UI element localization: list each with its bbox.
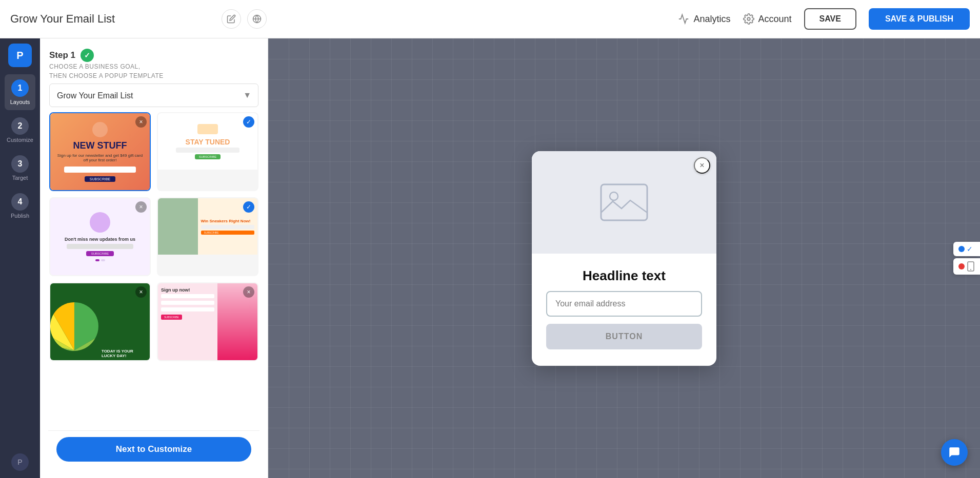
- analytics-label: Analytics: [693, 14, 730, 25]
- svg-point-3: [610, 192, 618, 200]
- right-panel-hint: ✓: [953, 242, 980, 275]
- pencil-icon-btn[interactable]: [222, 9, 241, 29]
- template-card-lucky-wheel[interactable]: TODAY IS YOUR LUCKY DAY! ×: [49, 282, 151, 361]
- popup-email-input[interactable]: [546, 291, 702, 317]
- globe-icon-btn[interactable]: [247, 9, 267, 29]
- main-area: P 1 Layouts 2 Customize 3 Target 4 Publi…: [0, 38, 980, 478]
- step3-number: 3: [11, 155, 29, 173]
- template-icon: [92, 122, 108, 137]
- step3-label: Target: [12, 175, 28, 181]
- chat-bubble-button[interactable]: [941, 439, 968, 466]
- template-card-miss-new[interactable]: Don't miss new updates from us SUBSCRIBE…: [49, 197, 151, 276]
- sidebar-item-publish[interactable]: 4 Publish: [5, 188, 35, 224]
- template-selected-win-sneakers: ✓: [243, 201, 254, 213]
- popup-button[interactable]: BUTTON: [546, 324, 702, 349]
- template-card-new-stuff[interactable]: NEW STUFF Sign up for our newsletter and…: [49, 112, 151, 191]
- panel-step-header: Step 1 ✓: [49, 49, 258, 62]
- sidebar-icon-nav: P 1 Layouts 2 Customize 3 Target 4 Publi…: [0, 38, 40, 478]
- topbar-right: Analytics Account SAVE SAVE & PUBLISH: [678, 8, 970, 30]
- device-mobile-btn[interactable]: [953, 258, 980, 275]
- template-sneakers-image: [158, 198, 198, 255]
- popup-image-placeholder: [598, 182, 650, 223]
- sidebar-item-customize[interactable]: 2 Customize: [5, 112, 35, 148]
- goal-dropdown-wrap[interactable]: Grow Your Email List Drive Sales Reduce …: [49, 84, 258, 107]
- pencil-icon: [227, 14, 236, 24]
- step-label: Step 1: [49, 50, 75, 60]
- step4-number: 4: [11, 193, 29, 211]
- layouts-panel: Step 1 ✓ CHOOSE A BUSINESS GOAL, THEN CH…: [40, 38, 268, 478]
- analytics-nav[interactable]: Analytics: [678, 13, 730, 25]
- template-girl-illustration: [90, 212, 110, 233]
- panel-subtitle: CHOOSE A BUSINESS GOAL, THEN CHOOSE A PO…: [49, 62, 258, 80]
- popup-content: Headline text BUTTON: [532, 254, 716, 366]
- step-check-icon: ✓: [81, 49, 94, 62]
- analytics-icon: [678, 13, 689, 25]
- image-placeholder-icon: [598, 182, 650, 223]
- step1-label: Layouts: [10, 99, 30, 105]
- canvas-area: × Headline text BUTTON: [268, 38, 980, 478]
- templates-grid: NEW STUFF Sign up for our newsletter and…: [49, 112, 258, 361]
- popup-image-area: [532, 151, 716, 254]
- sidebar-item-layouts[interactable]: 1 Layouts: [5, 74, 35, 110]
- step4-label: Publish: [11, 213, 29, 219]
- popup-close-button[interactable]: ×: [694, 157, 710, 174]
- template-remove-lucky-wheel[interactable]: ×: [135, 286, 147, 298]
- goal-dropdown[interactable]: Grow Your Email List Drive Sales Reduce …: [49, 84, 258, 107]
- account-label: Account: [758, 14, 792, 25]
- globe-icon: [252, 14, 262, 24]
- template-remove-new-stuff[interactable]: ×: [135, 116, 147, 128]
- next-to-customize-button[interactable]: Next to Customize: [56, 437, 251, 462]
- popup-headline: Headline text: [546, 268, 702, 284]
- sidebar-item-target[interactable]: 3 Target: [5, 150, 35, 186]
- save-button[interactable]: SAVE: [804, 8, 856, 30]
- template-envelope-icon: [197, 124, 218, 134]
- sidebar-logo[interactable]: P: [8, 44, 32, 67]
- popup-preview: × Headline text BUTTON: [532, 151, 716, 366]
- next-btn-wrap: Next to Customize: [48, 430, 259, 468]
- layouts-panel-body: Step 1 ✓ CHOOSE A BUSINESS GOAL, THEN CH…: [48, 49, 259, 423]
- save-publish-button[interactable]: SAVE & PUBLISH: [869, 8, 970, 30]
- template-selected-stay-tuned: ✓: [243, 116, 254, 128]
- template-card-win-sneakers[interactable]: Win Sneakers Right Now! SUBSCRIBE ✓: [157, 197, 258, 276]
- template-remove-sign-up[interactable]: ×: [243, 286, 254, 298]
- template-card-stay-tuned[interactable]: STAY TUNED SUBSCRIBE ✓: [157, 112, 258, 191]
- lucky-wheel-svg: [50, 286, 98, 358]
- chat-icon: [948, 446, 961, 459]
- step2-number: 2: [11, 117, 29, 135]
- account-nav[interactable]: Account: [743, 13, 792, 25]
- gear-icon: [743, 13, 754, 25]
- step2-label: Customize: [7, 137, 33, 143]
- topbar: Analytics Account SAVE SAVE & PUBLISH: [0, 0, 980, 38]
- template-card-sign-up[interactable]: Sign up now! SUBSCRIBE ×: [157, 282, 258, 361]
- svg-rect-2: [601, 184, 647, 220]
- campaign-title-input[interactable]: [10, 12, 215, 26]
- device-desktop-btn[interactable]: ✓: [953, 242, 980, 256]
- sidebar-bottom-logo[interactable]: P: [11, 453, 29, 471]
- template-remove-miss-new[interactable]: ×: [135, 201, 147, 213]
- step1-number: 1: [11, 79, 29, 97]
- mobile-icon: [967, 261, 975, 272]
- svg-point-1: [747, 17, 750, 20]
